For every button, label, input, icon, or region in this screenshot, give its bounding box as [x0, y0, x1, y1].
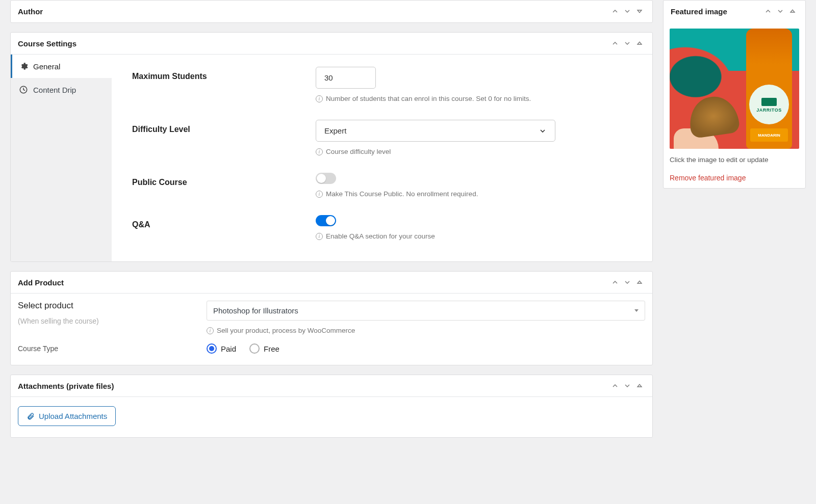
chevron-up-icon[interactable] [762, 6, 774, 17]
caret-up-icon[interactable] [634, 380, 645, 391]
chevron-down-icon [539, 127, 547, 135]
chevron-down-icon[interactable] [622, 38, 633, 49]
remove-featured-image-link[interactable]: Remove featured image [670, 174, 746, 182]
chevron-down-icon[interactable] [622, 6, 633, 17]
max-students-hint: Number of students that can enrol in thi… [326, 95, 531, 102]
svg-marker-1 [638, 42, 642, 44]
course-type-free[interactable]: Free [249, 343, 279, 354]
difficulty-hint: Course difficulty level [326, 148, 391, 155]
product-select[interactable]: Photoshop for Illustrators [207, 301, 645, 321]
qa-toggle[interactable] [316, 215, 336, 226]
chevron-down-icon[interactable] [775, 6, 786, 17]
select-product-label: Select product [18, 301, 207, 311]
course-settings-tabs: General Content Drip [11, 55, 112, 261]
course-settings-controls [609, 38, 645, 49]
featured-image-controls [762, 6, 798, 17]
max-students-label: Maximum Students [132, 67, 316, 102]
bottle-label: JARRITOS [749, 85, 789, 124]
featured-image-thumbnail[interactable]: JARRITOS MANDARIN [670, 29, 799, 149]
paperclip-icon [27, 412, 35, 420]
info-icon: i [316, 148, 323, 155]
select-product-sub: (When selling the course) [18, 317, 207, 325]
chevron-up-icon[interactable] [609, 38, 621, 49]
caret-up-icon[interactable] [787, 6, 798, 17]
difficulty-select[interactable]: Expert [316, 120, 555, 142]
course-type-paid-label: Paid [221, 344, 236, 353]
svg-marker-4 [638, 384, 642, 387]
course-type-label: Course Type [18, 344, 207, 353]
author-panel: Author [10, 0, 653, 23]
caret-up-icon[interactable] [634, 38, 645, 49]
course-settings-title: Course Settings [18, 39, 76, 48]
info-icon: i [316, 95, 323, 102]
course-type-paid[interactable]: Paid [207, 343, 236, 354]
max-students-input[interactable] [316, 67, 376, 89]
tab-content-drip[interactable]: Content Drip [11, 78, 112, 101]
chevron-up-icon[interactable] [609, 380, 621, 391]
taco-illustration [686, 94, 741, 139]
tab-general-label: General [33, 62, 60, 71]
public-course-toggle[interactable] [316, 173, 336, 184]
caret-up-icon[interactable] [634, 277, 645, 288]
upload-attachments-button[interactable]: Upload Attachments [18, 406, 116, 426]
difficulty-value: Expert [324, 126, 346, 135]
add-product-panel: Add Product Select product (When selling… [10, 271, 653, 365]
clock-icon [19, 85, 28, 94]
radio-unchecked-icon [249, 343, 260, 354]
caret-down-icon [634, 309, 639, 312]
svg-marker-3 [638, 281, 642, 283]
attachments-controls [609, 380, 645, 391]
course-type-free-label: Free [264, 344, 279, 353]
qa-hint: Enable Q&A section for your course [326, 232, 435, 240]
gear-icon [19, 62, 28, 71]
attachments-panel: Attachments (private files) Upload Attac… [10, 375, 653, 438]
product-select-value: Photoshop for Illustrators [213, 306, 298, 315]
upload-attachments-label: Upload Attachments [39, 412, 107, 420]
course-settings-panel: Course Settings General [10, 32, 653, 262]
tab-general[interactable]: General [11, 55, 112, 78]
featured-image-desc: Click the image to edit or update [670, 156, 799, 164]
featured-image-panel: Featured image JARRITOS MANDARIN [663, 0, 806, 189]
svg-marker-5 [790, 10, 795, 12]
info-icon: i [316, 191, 323, 198]
tab-content-drip-label: Content Drip [33, 86, 76, 94]
chevron-up-icon[interactable] [609, 277, 621, 288]
chevron-down-icon[interactable] [622, 380, 633, 391]
chevron-down-icon[interactable] [622, 277, 633, 288]
featured-image-title: Featured image [671, 7, 727, 16]
difficulty-label: Difficulty Level [132, 120, 316, 155]
public-course-hint: Make This Course Public. No enrollment r… [326, 190, 478, 198]
attachments-title: Attachments (private files) [18, 382, 114, 390]
public-course-label: Public Course [132, 173, 316, 198]
caret-down-icon[interactable] [634, 6, 645, 17]
product-hint: Sell your product, process by WooCommerc… [217, 327, 355, 334]
author-panel-title: Author [18, 7, 43, 16]
add-product-controls [609, 277, 645, 288]
add-product-title: Add Product [18, 278, 64, 287]
radio-checked-icon [207, 343, 217, 354]
info-icon: i [316, 233, 323, 240]
bottle-flavor-label: MANDARIN [750, 128, 788, 142]
qa-label: Q&A [132, 215, 316, 240]
author-panel-controls [609, 6, 645, 17]
chevron-up-icon[interactable] [609, 6, 621, 17]
info-icon: i [207, 327, 214, 334]
svg-marker-0 [638, 10, 642, 13]
